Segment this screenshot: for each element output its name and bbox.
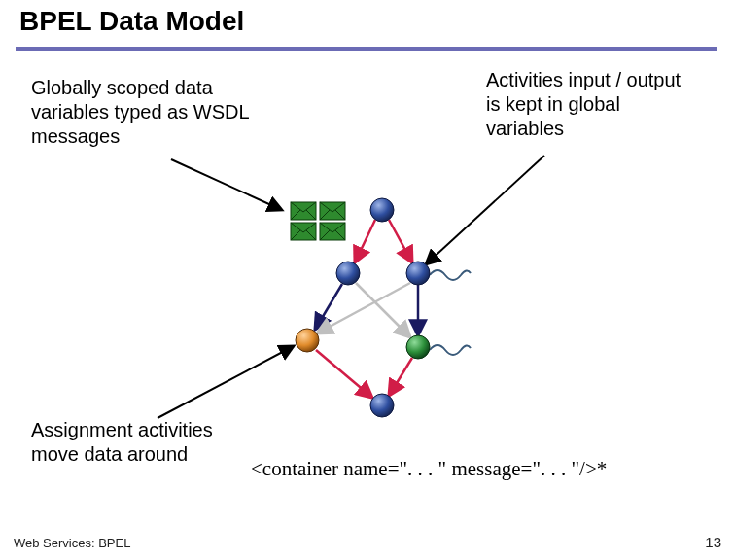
squiggle-icon [430, 270, 471, 280]
assignment-node [296, 329, 319, 352]
envelope-icon [320, 202, 345, 220]
callout-arrow-bottom [158, 346, 294, 418]
edge [389, 358, 412, 396]
activity-node [406, 335, 430, 359]
callout-arrow-right [426, 156, 544, 264]
edge [355, 220, 375, 262]
edge [389, 220, 412, 262]
squiggle-icon [430, 345, 471, 355]
envelope-icon [320, 223, 345, 240]
diagram [0, 0, 735, 560]
envelope-icon [291, 202, 316, 220]
activity-node [370, 198, 394, 222]
activity-node [406, 262, 430, 285]
callout-arrow-left [171, 159, 282, 210]
activity-node [370, 394, 394, 417]
envelope-icon [291, 223, 316, 240]
edge [316, 350, 372, 398]
edge [356, 283, 410, 337]
slide: BPEL Data Model Globally scoped data var… [0, 0, 735, 560]
activity-node [336, 262, 360, 285]
